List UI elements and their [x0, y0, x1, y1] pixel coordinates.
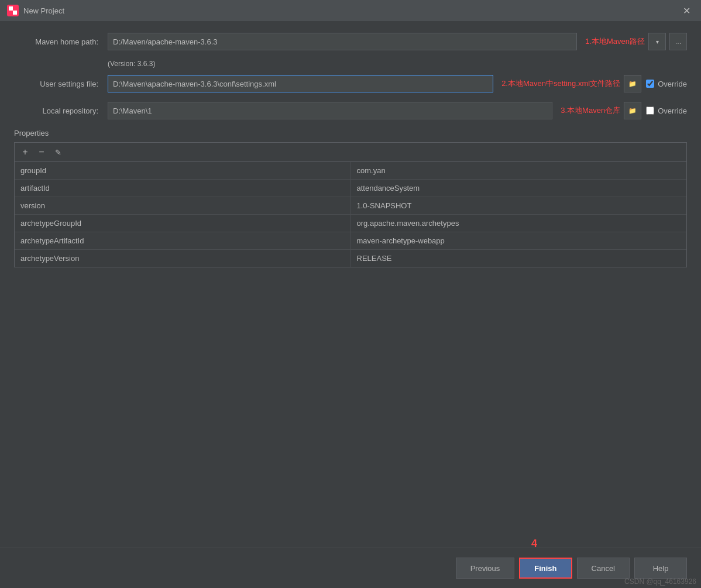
user-settings-label: User settings file: — [14, 80, 108, 88]
maven-home-label: Maven home path: — [14, 37, 108, 46]
svg-rect-2 — [13, 11, 17, 15]
previous-button[interactable]: Previous — [456, 558, 515, 579]
empty-area — [14, 267, 687, 361]
user-settings-override-checkbox[interactable] — [646, 80, 654, 88]
property-value: com.yan — [350, 162, 686, 180]
user-settings-annotation: 2.本地Maven中setting.xml文件路径 — [501, 78, 620, 89]
local-repo-row: Local repository: 3.本地Maven仓库 📁 Override — [14, 102, 687, 119]
new-project-dialog: New Project ✕ Maven home path: 1.本地Maven… — [0, 0, 701, 588]
maven-home-browse[interactable]: … — [669, 33, 687, 50]
table-row[interactable]: version 1.0-SNAPSHOT — [15, 197, 686, 215]
remove-property-button[interactable]: − — [35, 145, 49, 159]
table-row[interactable]: groupId com.yan — [15, 162, 686, 180]
property-value: 1.0-SNAPSHOT — [350, 197, 686, 215]
property-value: org.apache.maven.archetypes — [350, 215, 686, 232]
dialog-footer: Previous Finish Cancel Help — [0, 548, 701, 588]
user-settings-override-label: Override — [658, 80, 687, 88]
local-repo-override-checkbox[interactable] — [646, 106, 654, 115]
maven-home-input[interactable] — [108, 33, 577, 50]
add-property-button[interactable]: + — [18, 145, 32, 159]
help-button[interactable]: Help — [634, 558, 687, 579]
properties-table: groupId com.yan artifactId attendanceSys… — [15, 162, 686, 267]
cancel-button[interactable]: Cancel — [577, 558, 630, 579]
property-value: attendanceSystem — [350, 180, 686, 197]
properties-label-row: Properties — [14, 129, 687, 137]
properties-section: + − ✎ groupId com.yan artifactId attenda… — [14, 142, 687, 267]
property-key: groupId — [15, 162, 350, 180]
property-key: archetypeGroupId — [15, 215, 350, 232]
maven-version-info: (Version: 3.6.3) — [108, 60, 687, 68]
svg-rect-3 — [9, 11, 13, 15]
local-repo-override-label: Override — [658, 106, 687, 115]
maven-home-annotation: 1.本地Maven路径 — [585, 36, 645, 47]
table-row[interactable]: archetypeGroupId org.apache.maven.archet… — [15, 215, 686, 232]
dialog-content: Maven home path: 1.本地Maven路径 ▾ … (Versio… — [0, 21, 701, 548]
properties-toolbar: + − ✎ — [15, 143, 686, 162]
local-repo-input[interactable] — [108, 102, 552, 119]
app-icon — [7, 5, 19, 16]
user-settings-input[interactable] — [108, 75, 493, 92]
close-button[interactable]: ✕ — [679, 4, 694, 18]
properties-section-label: Properties — [14, 129, 49, 137]
local-repo-input-area: 3.本地Maven仓库 📁 — [108, 102, 641, 119]
local-repo-browse[interactable]: 📁 — [624, 102, 641, 119]
property-key: artifactId — [15, 180, 350, 197]
finish-button[interactable]: Finish — [519, 558, 572, 579]
property-value: maven-archetype-webapp — [350, 232, 686, 250]
svg-rect-1 — [9, 6, 13, 11]
table-row[interactable]: archetypeArtifactId maven-archetype-weba… — [15, 232, 686, 250]
property-value: RELEASE — [350, 250, 686, 267]
maven-home-input-area: 1.本地Maven路径 ▾ … — [108, 33, 687, 50]
edit-property-button[interactable]: ✎ — [51, 145, 65, 159]
maven-home-dropdown[interactable]: ▾ — [648, 33, 666, 50]
annotation-4: 4 — [531, 538, 537, 550]
property-key: version — [15, 197, 350, 215]
title-bar-left: New Project — [7, 5, 64, 16]
user-settings-row: User settings file: 2.本地Maven中setting.xm… — [14, 75, 687, 92]
table-row[interactable]: archetypeVersion RELEASE — [15, 250, 686, 267]
table-row[interactable]: artifactId attendanceSystem — [15, 180, 686, 197]
dialog-title: New Project — [23, 6, 64, 15]
watermark: CSDN @qq_46163926 — [624, 577, 696, 586]
title-bar: New Project ✕ — [0, 0, 701, 21]
local-repo-label: Local repository: — [14, 106, 108, 115]
property-key: archetypeArtifactId — [15, 232, 350, 250]
user-settings-browse[interactable]: 📁 — [624, 75, 641, 92]
user-settings-input-area: 2.本地Maven中setting.xml文件路径 📁 — [108, 75, 641, 92]
maven-home-row: Maven home path: 1.本地Maven路径 ▾ … — [14, 33, 687, 50]
property-key: archetypeVersion — [15, 250, 350, 267]
local-repo-annotation: 3.本地Maven仓库 — [561, 105, 620, 116]
